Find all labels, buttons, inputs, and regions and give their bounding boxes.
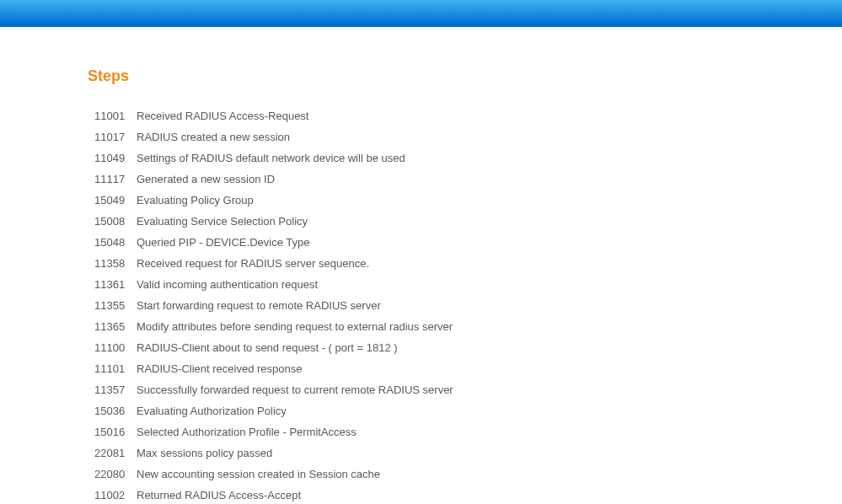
table-row: 11100RADIUS-Client about to send request…: [88, 337, 453, 358]
table-row: 11117Generated a new session ID: [88, 169, 453, 190]
step-code: 11357: [88, 379, 137, 400]
step-code: 11100: [88, 337, 137, 358]
table-row: 15008Evaluating Service Selection Policy: [88, 211, 453, 232]
table-row: 11049Settings of RADIUS default network …: [88, 147, 453, 169]
table-row: 11002Returned RADIUS Access-Accept: [88, 485, 453, 504]
step-description: Evaluating Authorization Policy: [137, 400, 453, 421]
step-code: 15048: [88, 232, 137, 253]
step-description: RADIUS created a new session: [137, 126, 453, 147]
step-code: 15016: [88, 421, 137, 442]
table-row: 11357Successfully forwarded request to c…: [88, 379, 453, 400]
step-code: 11355: [88, 295, 137, 316]
step-code: 11049: [88, 147, 137, 169]
table-row: 15016Selected Authorization Profile - Pe…: [88, 421, 453, 442]
table-row: 15036Evaluating Authorization Policy: [88, 400, 453, 421]
step-code: 11001: [88, 105, 137, 126]
step-description: RADIUS-Client received response: [137, 358, 453, 379]
step-code: 11017: [88, 126, 137, 147]
table-row: 22081Max sessions policy passed: [88, 442, 453, 464]
step-description: Generated a new session ID: [137, 169, 453, 190]
step-code: 11358: [88, 253, 137, 274]
table-row: 11017RADIUS created a new session: [88, 126, 453, 147]
step-description: Evaluating Policy Group: [137, 190, 453, 211]
step-description: Max sessions policy passed: [137, 442, 453, 464]
step-description: RADIUS-Client about to send request - ( …: [137, 337, 453, 358]
step-code: 22081: [88, 442, 137, 464]
step-description: Settings of RADIUS default network devic…: [137, 147, 453, 169]
table-row: 22080New accounting session created in S…: [88, 464, 453, 485]
step-description: Returned RADIUS Access-Accept: [137, 485, 453, 504]
table-row: 11358Received request for RADIUS server …: [88, 253, 453, 274]
table-row: 11355Start forwarding request to remote …: [88, 295, 453, 316]
step-code: 15008: [88, 211, 137, 232]
header-bar: [0, 0, 842, 27]
table-row: 11001Received RADIUS Access-Request: [88, 105, 453, 126]
table-row: 11361Valid incoming authentication reque…: [88, 274, 453, 295]
step-code: 11101: [88, 358, 137, 379]
step-code: 11117: [88, 169, 137, 190]
step-code: 22080: [88, 464, 137, 485]
step-code: 11002: [88, 485, 137, 504]
step-description: Selected Authorization Profile - PermitA…: [137, 421, 453, 442]
step-description: Valid incoming authentication request: [137, 274, 453, 295]
step-code: 11361: [88, 274, 137, 295]
step-description: New accounting session created in Sessio…: [137, 464, 453, 485]
step-description: Received request for RADIUS server seque…: [137, 253, 453, 274]
table-row: 11365Modify attributes before sending re…: [88, 316, 453, 337]
step-description: Start forwarding request to remote RADIU…: [137, 295, 453, 316]
steps-table: 11001Received RADIUS Access-Request11017…: [88, 105, 453, 504]
content-area: Steps 11001Received RADIUS Access-Reques…: [0, 27, 842, 504]
step-code: 11365: [88, 316, 137, 337]
step-code: 15036: [88, 400, 137, 421]
table-row: 15048Queried PIP - DEVICE.Device Type: [88, 232, 453, 253]
step-code: 15049: [88, 190, 137, 211]
table-row: 11101RADIUS-Client received response: [88, 358, 453, 379]
step-description: Queried PIP - DEVICE.Device Type: [137, 232, 453, 253]
steps-tbody: 11001Received RADIUS Access-Request11017…: [88, 105, 453, 504]
step-description: Modify attributes before sending request…: [137, 316, 453, 337]
table-row: 15049Evaluating Policy Group: [88, 190, 453, 211]
step-description: Received RADIUS Access-Request: [137, 105, 453, 126]
page-title: Steps: [88, 67, 842, 85]
step-description: Successfully forwarded request to curren…: [137, 379, 453, 400]
step-description: Evaluating Service Selection Policy: [137, 211, 453, 232]
